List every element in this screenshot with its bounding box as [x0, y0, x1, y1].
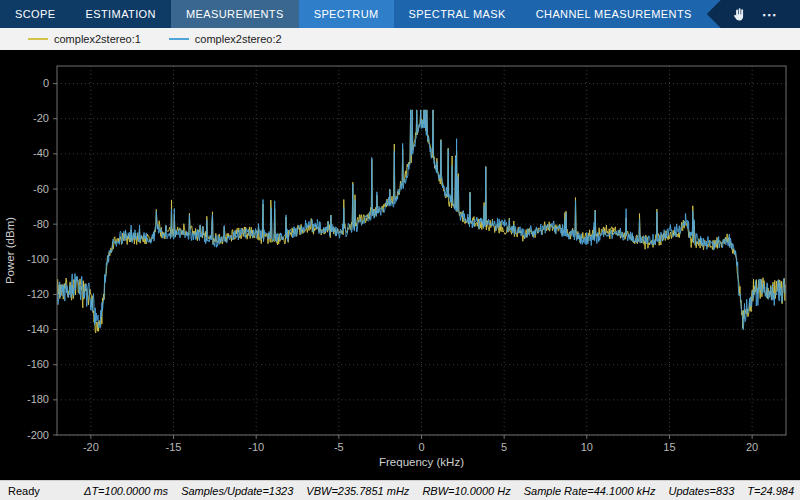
- svg-text:-140: -140: [27, 323, 49, 335]
- svg-text:15: 15: [663, 441, 675, 453]
- tab-group-scope: SCOPE ESTIMATION MEASUREMENTS: [0, 0, 299, 28]
- status-bar: Ready ΔT=100.0000 ms Samples/Update=1323…: [0, 480, 800, 500]
- svg-text:-20: -20: [33, 112, 49, 124]
- tab-measurements[interactable]: MEASUREMENTS: [171, 0, 299, 28]
- legend-label-2: complex2stereo:2: [195, 33, 282, 45]
- hand-tool-button[interactable]: [730, 6, 747, 23]
- status-time: T=24.984: [747, 485, 794, 497]
- x-axis-label: Frequency (kHz): [379, 456, 464, 468]
- tab-spectrum[interactable]: SPECTRUM: [299, 0, 394, 28]
- svg-text:-180: -180: [27, 393, 49, 405]
- status-delta-t: ΔT=100.0000 ms: [84, 485, 168, 497]
- traces: [57, 110, 786, 333]
- legend-swatch-1: [28, 38, 48, 40]
- svg-text:-80: -80: [33, 218, 49, 230]
- legend-item-1[interactable]: complex2stereo:1: [28, 33, 141, 45]
- tick-labels: -20-15-10-5051015200-20-40-60-80-100-120…: [27, 77, 758, 453]
- status-vbw: VBW=235.7851 mHz: [306, 485, 409, 497]
- svg-text:-20: -20: [83, 441, 99, 453]
- spectrum-plot[interactable]: -20-15-10-5051015200-20-40-60-80-100-120…: [0, 50, 800, 480]
- svg-text:-120: -120: [27, 288, 49, 300]
- overflow-menu-button[interactable]: ⋯: [761, 7, 776, 22]
- svg-text:20: 20: [746, 441, 758, 453]
- svg-text:0: 0: [43, 77, 49, 89]
- svg-text:-60: -60: [33, 183, 49, 195]
- svg-text:-160: -160: [27, 358, 49, 370]
- legend-item-2[interactable]: complex2stereo:2: [169, 33, 282, 45]
- tab-scope[interactable]: SCOPE: [0, 0, 71, 28]
- svg-text:-5: -5: [334, 441, 344, 453]
- svg-text:5: 5: [501, 441, 507, 453]
- axis-ticks: [53, 84, 752, 439]
- status-rbw: RBW=10.0000 Hz: [422, 485, 510, 497]
- legend-label-1: complex2stereo:1: [54, 33, 141, 45]
- tab-group-measurements: SPECTRUM SPECTRAL MASK CHANNEL MEASUREME…: [299, 0, 707, 28]
- tab-spectral-mask[interactable]: SPECTRAL MASK: [394, 0, 521, 28]
- status-ready: Ready: [8, 485, 72, 497]
- status-sample-rate: Sample Rate=44.1000 kHz: [524, 485, 656, 497]
- svg-text:-100: -100: [27, 253, 49, 265]
- plot-area: -20-15-10-5051015200-20-40-60-80-100-120…: [0, 50, 800, 480]
- svg-text:0: 0: [418, 441, 424, 453]
- trace-complex2stereo:1: [57, 110, 786, 333]
- status-samples-per-update: Samples/Update=1323: [181, 485, 293, 497]
- svg-text:-40: -40: [33, 147, 49, 159]
- svg-text:-15: -15: [166, 441, 182, 453]
- status-updates: Updates=833: [669, 485, 735, 497]
- tab-estimation[interactable]: ESTIMATION: [71, 0, 171, 28]
- tab-channel-measurements[interactable]: CHANNEL MEASUREMENTS: [521, 0, 707, 28]
- status-items: ΔT=100.0000 ms Samples/Update=1323 VBW=2…: [84, 485, 794, 497]
- toolbar: SCOPE ESTIMATION MEASUREMENTS SPECTRUM S…: [0, 0, 800, 28]
- legend-swatch-2: [169, 38, 189, 40]
- hand-icon: [730, 6, 747, 23]
- svg-text:-10: -10: [248, 441, 264, 453]
- toolbar-right-controls: ⋯: [707, 0, 800, 28]
- legend: complex2stereo:1 complex2stereo:2: [0, 28, 800, 50]
- svg-text:10: 10: [581, 441, 593, 453]
- y-axis-label: Power (dBm): [4, 217, 16, 284]
- spectrum-analyzer-window: SCOPE ESTIMATION MEASUREMENTS SPECTRUM S…: [0, 0, 800, 500]
- svg-text:-200: -200: [27, 429, 49, 441]
